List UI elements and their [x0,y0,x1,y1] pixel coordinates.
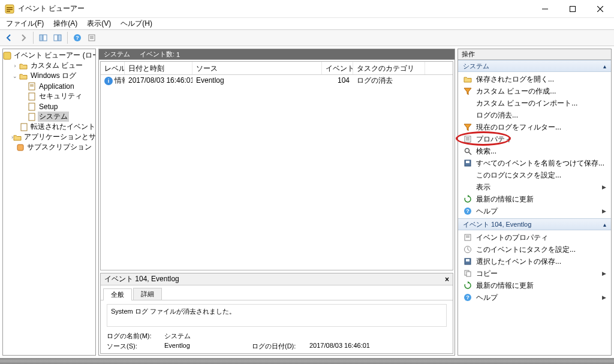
menu-file[interactable]: ファイル(F) [4,19,46,29]
action-view[interactable]: 表示 ▶ [458,181,611,193]
col-level[interactable]: レベル [101,62,125,74]
action-save-selected[interactable]: 選択したイベントの保存... [458,255,611,267]
tree-system-label: システム [38,112,69,122]
action-properties-label: プロパティ [476,134,512,145]
action-help[interactable]: ? ヘルプ ▶ [458,205,611,217]
tree-forwarded-label: 転送されたイベント [29,122,95,132]
svg-rect-13 [90,36,94,37]
show-hide-tree-button[interactable] [37,31,50,44]
tree-application[interactable]: Application [3,81,95,91]
tree-windows-logs[interactable]: ⌄ Windows ログ [3,71,95,81]
action-attach-task-log[interactable]: このログにタスクを設定... [458,169,611,181]
center-header: システム イベント数: 1 [99,49,455,60]
close-button[interactable] [586,0,614,18]
row-source: Eventlog [192,76,322,85]
svg-rect-28 [466,140,469,140]
action-properties[interactable]: プロパティ [458,133,611,145]
col-date[interactable]: 日付と時刻 [125,62,192,74]
tree-subscriptions-label: サブスクリプション [26,142,93,152]
col-eventid[interactable]: イベント ID [322,62,353,74]
action-header: 操作 [458,49,611,60]
window-title: イベント ビューアー [18,4,531,14]
list-row[interactable]: i情報 2017/08/03 16:46:01 Eventlog 104 ログの… [101,75,453,86]
collapse-icon[interactable]: ⌄ [11,73,19,79]
action-save-all-events[interactable]: すべてのイベントを名前をつけて保存... [458,157,611,169]
tab-details[interactable]: 詳細 [133,288,162,300]
svg-point-29 [465,149,469,153]
task-icon [463,245,472,254]
detail-close-button[interactable]: × [445,275,449,284]
menu-action[interactable]: 操作(A) [51,19,80,29]
tree-subscriptions[interactable]: サブスクリプション [3,142,95,152]
action-copy[interactable]: コピー ▶ [458,267,611,279]
tree-custom-views-label: カスタム ビュー [29,61,84,71]
action-help-2[interactable]: ? ヘルプ ▶ [458,291,611,303]
log-icon [20,122,28,132]
action-view-label: 表示 [476,182,490,192]
action-create-custom-view[interactable]: カスタム ビューの作成... [458,85,611,97]
row-category: ログの消去 [353,76,425,86]
action-refresh[interactable]: 最新の情報に更新 [458,193,611,205]
action-refresh-2-label: 最新の情報に更新 [476,281,534,291]
action-section-system-label: システム [463,62,489,71]
show-hide-action-button[interactable] [51,31,64,44]
tree-system[interactable]: システム [3,112,95,122]
filter-icon [463,86,472,96]
detail-title: イベント 104, Eventlog [104,274,179,284]
help-button[interactable]: ? [71,31,84,44]
action-refresh-2[interactable]: 最新の情報に更新 [458,279,611,291]
copy-icon [463,269,472,278]
event-list: レベル 日付と時刻 ソース イベント ID タスクのカテゴリ i情報 2017/… [100,61,453,270]
val-logged: 2017/08/03 16:46:01 [309,342,447,351]
action-open-saved-log-label: 保存されたログを開く... [476,74,554,85]
log-icon [27,82,37,91]
back-button[interactable] [2,31,16,44]
minimize-button[interactable] [531,0,559,18]
action-clear-log[interactable]: ログの消去... [458,109,611,121]
svg-rect-1 [7,7,13,8]
row-eventid: 104 [322,76,353,85]
center-pane: システム イベント数: 1 レベル 日付と時刻 ソース イベント ID タスクの… [98,49,455,356]
chevron-right-icon: ▶ [602,184,606,190]
maximize-button[interactable] [559,0,586,18]
svg-rect-42 [466,259,469,261]
svg-text:?: ? [76,35,79,41]
action-attach-task-event[interactable]: このイベントにタスクを設定... [458,243,611,255]
action-section-system[interactable]: システム ▴ [458,60,611,72]
menu-view[interactable]: 表示(V) [85,19,113,29]
svg-rect-37 [466,237,469,237]
action-event-properties[interactable]: イベントのプロパティ [458,231,611,243]
tree-setup[interactable]: Setup [3,101,95,112]
properties-toolbar-button[interactable] [85,31,98,44]
svg-rect-20 [29,93,35,100]
tree-security[interactable]: セキュリティ [3,91,95,101]
toolbar: ? [0,29,614,46]
tree-root[interactable]: イベント ビューアー (ローカル) [3,50,95,61]
action-section-event[interactable]: イベント 104, Eventlog ▴ [458,218,611,230]
tree-forwarded[interactable]: 転送されたイベント [3,122,95,132]
tree-custom-views[interactable]: › カスタム ビュー [3,61,95,71]
action-attach-task-label: このログにタスクを設定... [476,170,561,181]
action-filter-current-log[interactable]: 現在のログをフィルター... [458,121,611,133]
action-open-saved-log[interactable]: 保存されたログを開く... [458,73,611,85]
action-filter-current-label: 現在のログをフィルター... [476,122,561,133]
menu-help[interactable]: ヘルプ(H) [118,19,155,29]
action-find-label: 検索... [476,146,496,157]
action-attach-task-event-label: このイベントにタスクを設定... [476,245,576,255]
expand-icon[interactable]: › [11,63,19,69]
forward-button[interactable] [17,31,30,44]
tab-general[interactable]: 全般 [103,288,132,300]
svg-rect-4 [542,8,548,9]
svg-rect-44 [466,272,471,276]
properties-icon [463,134,472,144]
action-import-custom-view[interactable]: カスタム ビューのインポート... [458,97,611,109]
tree-app-service-logs[interactable]: › アプリケーションとサービス ログ [3,132,95,142]
svg-rect-32 [466,161,469,163]
log-icon [27,92,37,101]
action-help-label: ヘルプ [476,206,498,216]
col-category[interactable]: タスクのカテゴリ [353,62,425,74]
svg-rect-26 [466,137,469,138]
svg-line-30 [469,152,471,155]
col-source[interactable]: ソース [192,62,322,74]
action-find[interactable]: 検索... [458,145,611,157]
